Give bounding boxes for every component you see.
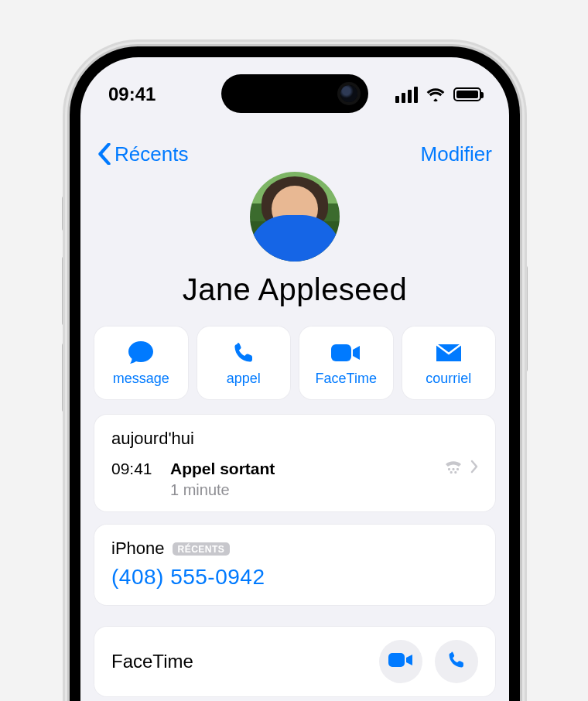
recent-section-title: aujourd'hui xyxy=(111,429,478,449)
svg-rect-2 xyxy=(453,468,455,470)
navigation-bar: Récents Modifier xyxy=(80,135,509,173)
recent-call-row[interactable]: 09:41 Appel sortant 1 minute xyxy=(111,460,478,499)
back-button[interactable]: Récents xyxy=(97,142,188,166)
svg-rect-3 xyxy=(456,468,459,470)
facetime-video-button[interactable] xyxy=(379,640,422,683)
phone-label: iPhone xyxy=(111,539,165,559)
call-type: Appel sortant xyxy=(170,460,275,478)
svg-rect-1 xyxy=(448,468,450,470)
mail-button[interactable]: courriel xyxy=(402,327,496,399)
contact-actions: message appel xyxy=(94,327,495,399)
status-bar: 09:41 xyxy=(80,77,509,111)
message-button[interactable]: message xyxy=(94,327,188,399)
video-icon xyxy=(388,652,413,671)
facetime-title: FaceTime xyxy=(111,651,193,672)
svg-rect-4 xyxy=(450,471,453,474)
recent-calls-card: aujourd'hui 09:41 Appel sortant 1 minute xyxy=(94,415,495,511)
video-icon xyxy=(330,339,361,367)
facetime-button[interactable]: FaceTime xyxy=(299,327,393,399)
chevron-left-icon xyxy=(97,143,111,165)
mail-label: courriel xyxy=(426,371,471,387)
contact-header: Jane Appleseed xyxy=(80,172,509,307)
recent-badge: RÉCENTS xyxy=(173,542,231,556)
screen: 09:41 xyxy=(80,57,509,701)
svg-rect-5 xyxy=(454,471,456,474)
battery-icon xyxy=(453,87,481,101)
phone-icon xyxy=(446,650,467,673)
svg-rect-0 xyxy=(331,344,351,361)
phone-number: (408) 555-0942 xyxy=(111,565,478,590)
phone-number-card[interactable]: iPhone RÉCENTS (408) 555-0942 xyxy=(94,525,495,605)
edit-button[interactable]: Modifier xyxy=(421,142,492,166)
svg-rect-6 xyxy=(388,653,405,667)
facetime-card: FaceTime xyxy=(94,627,495,696)
back-label: Récents xyxy=(115,142,188,166)
status-time: 09:41 xyxy=(108,84,156,105)
message-icon xyxy=(126,339,156,367)
wifi-icon xyxy=(426,87,446,102)
call-time: 09:41 xyxy=(111,460,159,499)
facetime-label: FaceTime xyxy=(316,371,377,387)
phone-icon xyxy=(231,339,256,367)
facetime-audio-button[interactable] xyxy=(435,640,478,683)
call-duration: 1 minute xyxy=(170,481,275,499)
contact-name: Jane Appleseed xyxy=(183,272,407,307)
tty-icon xyxy=(444,460,463,474)
phone-frame: 09:41 xyxy=(70,46,520,701)
chevron-right-icon xyxy=(470,460,478,474)
call-label: appel xyxy=(227,371,261,387)
mail-icon xyxy=(435,339,463,367)
cellular-signal-icon xyxy=(395,87,418,103)
message-label: message xyxy=(113,371,169,387)
contact-avatar[interactable] xyxy=(250,172,340,262)
call-button[interactable]: appel xyxy=(197,327,291,399)
